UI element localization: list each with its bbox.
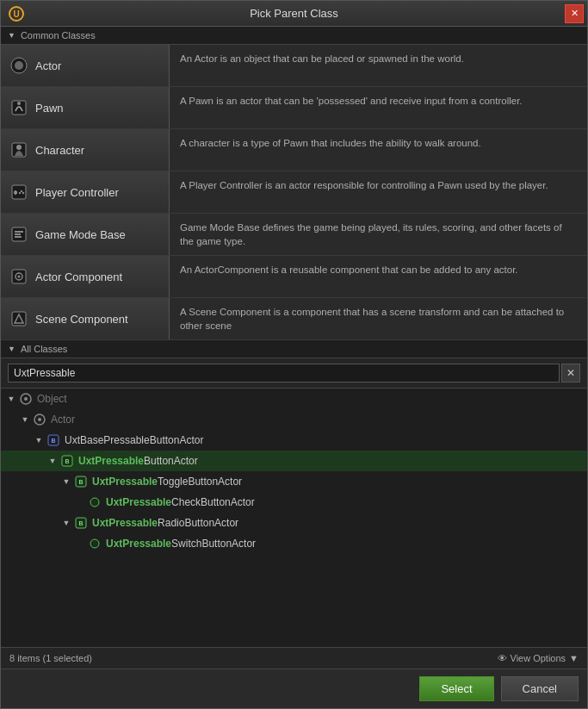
pick-parent-class-window: U Pick Parent Class ✕ ▼ Common Classes A… — [0, 0, 588, 709]
uxtpressable-radio-icon: B — [73, 515, 89, 531]
object-icon — [18, 391, 34, 407]
bottom-bar: 8 items (1 selected) 👁 View Options ▼ — [1, 647, 587, 669]
scene-component-icon — [9, 309, 28, 328]
view-options-button[interactable]: 👁 View Options ▼ — [498, 653, 579, 663]
uxtpressable-switch-icon — [87, 536, 102, 551]
svg-point-12 — [22, 192, 24, 194]
svg-text:B: B — [65, 458, 69, 464]
select-button[interactable]: Select — [419, 676, 493, 701]
actor-label: Actor — [35, 59, 61, 72]
search-clear-button[interactable]: ✕ — [561, 364, 580, 382]
common-classes-label: Common Classes — [21, 30, 96, 40]
uxtbase-arrow-icon: ▼ — [32, 436, 46, 445]
tree-item-uxtbase[interactable]: ▼ B UxtBasePressableButtonActor — [1, 430, 587, 451]
all-classes-header: ▼ All Classes — [1, 340, 587, 358]
section-arrow-icon: ▼ — [8, 31, 15, 40]
svg-rect-10 — [14, 191, 17, 194]
class-item-player-controller: Player Controller A Player Controller is… — [1, 171, 587, 214]
svg-point-32 — [90, 498, 99, 507]
pawn-label: Pawn — [35, 102, 64, 115]
actor-component-label: Actor Component — [35, 271, 122, 283]
dialog-buttons: Select Cancel — [1, 669, 587, 708]
svg-point-35 — [90, 539, 99, 548]
app-logo: U — [8, 5, 25, 22]
uxtpressable-radio-label: UxtPressableRadioButtonActor — [92, 517, 238, 529]
uxtpressable-radio-arrow-icon: ▼ — [59, 519, 73, 527]
svg-point-11 — [21, 190, 22, 192]
svg-point-7 — [16, 145, 22, 150]
svg-point-23 — [24, 397, 28, 401]
svg-point-13 — [19, 192, 21, 194]
character-icon — [9, 140, 28, 159]
character-button[interactable]: Character — [1, 129, 170, 171]
close-button[interactable]: ✕ — [565, 4, 584, 23]
uxtpressable-toggle-arrow-icon: ▼ — [59, 477, 73, 486]
actor-tree-label: Actor — [51, 414, 75, 426]
tree-item-uxtpressable-radio[interactable]: ▼ B UxtPressableRadioButtonActor — [1, 513, 587, 533]
player-controller-button[interactable]: Player Controller — [1, 171, 170, 213]
uxtbase-label: UxtBasePressableButtonActor — [65, 434, 203, 446]
player-controller-icon — [9, 183, 28, 202]
class-tree: ▼ Object ▼ Ac — [1, 389, 587, 647]
tree-item-object[interactable]: ▼ Object — [1, 389, 587, 409]
svg-rect-15 — [15, 231, 23, 233]
title-bar: U Pick Parent Class ✕ — [1, 1, 587, 27]
tree-item-uxtpressable-switch[interactable]: UxtPressableSwitchButtonActor — [1, 533, 587, 554]
pawn-description: A Pawn is an actor that can be 'possesse… — [170, 87, 587, 115]
uxtpressable-toggle-label: UxtPressableToggleButtonActor — [92, 476, 242, 488]
actor-button[interactable]: Actor — [1, 45, 170, 86]
game-mode-base-label: Game Mode Base — [35, 228, 126, 241]
svg-rect-16 — [15, 233, 21, 235]
character-description: A character is a type of Pawn that inclu… — [170, 129, 587, 157]
actor-component-icon — [9, 267, 28, 286]
view-options-label: View Options — [511, 653, 566, 663]
tree-item-actor[interactable]: ▼ Actor — [1, 409, 587, 430]
all-classes-label: All Classes — [21, 344, 67, 354]
class-item-scene-component: Scene Component A Scene Component is a c… — [1, 298, 587, 340]
actor-icon — [9, 56, 28, 75]
svg-text:B: B — [78, 479, 83, 485]
tree-item-uxtpressable-toggle[interactable]: ▼ B UxtPressableToggleButtonActor — [1, 471, 587, 492]
uxtpressable-check-label: UxtPressableCheckButtonActor — [106, 496, 255, 508]
character-label: Character — [35, 144, 84, 157]
pawn-icon — [9, 98, 28, 117]
game-mode-base-description: Game Mode Base defines the game being pl… — [170, 214, 587, 255]
actor-description: An Actor is an object that can be placed… — [170, 45, 587, 72]
actor-tree-arrow-icon: ▼ — [18, 415, 32, 424]
item-count: 8 items (1 selected) — [9, 653, 92, 663]
common-classes-section: ▼ Common Classes Actor An Actor is an ob… — [1, 27, 587, 340]
game-mode-base-icon — [9, 225, 28, 244]
class-item-pawn: Pawn A Pawn is an actor that can be 'pos… — [1, 87, 587, 129]
svg-text:U: U — [13, 9, 19, 19]
tree-item-uxtpressable-check[interactable]: UxtPressableCheckButtonActor — [1, 492, 587, 513]
svg-text:B: B — [78, 520, 83, 526]
actor-component-description: An ActorComponent is a reusable componen… — [170, 256, 587, 283]
uxtpressable-button-arrow-icon: ▼ — [46, 457, 59, 465]
view-options-chevron-icon: ▼ — [569, 653, 579, 663]
game-mode-base-button[interactable]: Game Mode Base — [1, 214, 170, 255]
pawn-button[interactable]: Pawn — [1, 87, 170, 128]
object-label: Object — [37, 393, 67, 405]
player-controller-label: Player Controller — [35, 186, 119, 199]
player-controller-description: A Player Controller is an actor responsi… — [170, 171, 587, 199]
cancel-button[interactable]: Cancel — [501, 676, 579, 701]
uxtpressable-check-icon — [87, 494, 102, 510]
tree-item-uxtpressable-button[interactable]: ▼ B UxtPressableButtonActor — [1, 451, 587, 471]
all-classes-arrow-icon: ▼ — [8, 345, 15, 353]
class-item-character: Character A character is a type of Pawn … — [1, 129, 587, 171]
svg-point-5 — [17, 102, 21, 105]
scene-component-label: Scene Component — [35, 313, 128, 326]
svg-rect-17 — [15, 236, 22, 238]
scene-component-button[interactable]: Scene Component — [1, 298, 170, 339]
uxtpressable-switch-label: UxtPressableSwitchButtonActor — [106, 538, 256, 550]
search-input[interactable] — [8, 364, 560, 382]
class-item-actor-component: Actor Component An ActorComponent is a r… — [1, 256, 587, 298]
uxtpressable-toggle-icon: B — [73, 474, 89, 489]
scene-component-description: A Scene Component is a component that ha… — [170, 298, 587, 339]
actor-component-button[interactable]: Actor Component — [1, 256, 170, 297]
svg-point-20 — [18, 276, 21, 278]
actor-tree-icon — [32, 412, 47, 427]
window-title: Pick Parent Class — [250, 7, 338, 20]
common-classes-header: ▼ Common Classes — [1, 27, 587, 45]
svg-point-3 — [15, 61, 23, 70]
